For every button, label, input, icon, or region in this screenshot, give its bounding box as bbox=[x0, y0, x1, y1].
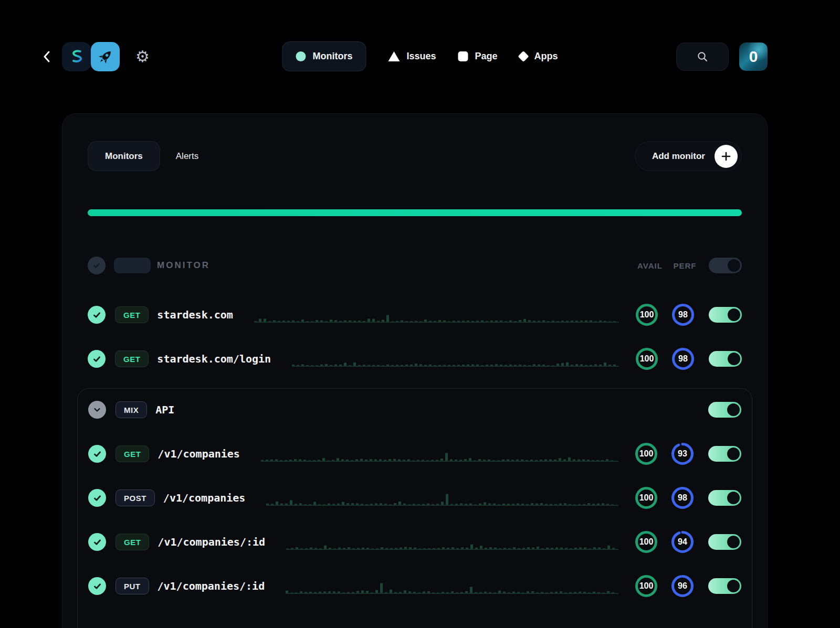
performance-ring: 98 bbox=[670, 486, 695, 510]
availability-ring: 100 bbox=[634, 486, 658, 510]
column-monitor-label: MONITOR bbox=[157, 260, 210, 271]
status-check-icon[interactable] bbox=[88, 577, 106, 595]
rocket-app-tile[interactable] bbox=[91, 42, 120, 71]
tab-monitors[interactable]: Monitors bbox=[88, 141, 160, 171]
nav-item-apps[interactable]: Apps bbox=[520, 41, 558, 71]
collapse-group-button[interactable] bbox=[88, 401, 106, 419]
columns-toggle[interactable] bbox=[709, 258, 742, 273]
monitor-toggle[interactable] bbox=[708, 534, 741, 550]
group-monitor-list: GET/v1/companies10093POST/v1/companies10… bbox=[88, 439, 741, 628]
method-badge: GET bbox=[116, 445, 149, 462]
check-icon bbox=[92, 261, 101, 270]
nav-item-page[interactable]: Page bbox=[458, 41, 498, 71]
toggle-knob bbox=[728, 353, 740, 365]
monitors-circle-icon bbox=[296, 51, 306, 61]
app-switcher bbox=[62, 42, 120, 71]
sparkline-chart bbox=[254, 309, 619, 323]
avatar[interactable]: 0 bbox=[739, 42, 768, 71]
monitor-path[interactable]: /v1/companies/:id bbox=[158, 536, 265, 548]
top-nav: ⚙ Monitors Issues Page Apps bbox=[0, 41, 840, 71]
monitor-toggle[interactable] bbox=[708, 490, 741, 506]
group-toggle[interactable] bbox=[708, 402, 741, 418]
performance-value: 98 bbox=[670, 486, 695, 510]
performance-value: 98 bbox=[671, 347, 695, 371]
toggle-knob bbox=[728, 308, 740, 321]
monitors-panel: Monitors Alerts Add monitor bbox=[62, 113, 768, 628]
rocket-icon bbox=[93, 45, 117, 68]
sparkline-chart bbox=[286, 536, 618, 550]
performance-ring: 98 bbox=[671, 347, 695, 371]
monitor-toggle[interactable] bbox=[709, 307, 742, 323]
back-button[interactable] bbox=[40, 50, 54, 63]
panel-tabs: Monitors Alerts Add monitor bbox=[88, 141, 742, 171]
group-name[interactable]: API bbox=[155, 403, 174, 416]
method-badge: GET bbox=[115, 350, 149, 367]
nav-item-label: Monitors bbox=[312, 51, 352, 62]
nav-item-label: Page bbox=[475, 51, 498, 62]
group-header-row: MIX API bbox=[88, 395, 741, 424]
monitor-toggle[interactable] bbox=[709, 351, 742, 367]
tab-label: Monitors bbox=[105, 151, 143, 162]
monitor-row: GET/v1/companies/:id10094 bbox=[88, 527, 741, 557]
select-all-checkbox[interactable] bbox=[88, 257, 106, 274]
tab-alerts[interactable]: Alerts bbox=[160, 141, 198, 171]
monitor-path[interactable]: /v1/companies bbox=[158, 448, 240, 460]
nav-item-issues[interactable]: Issues bbox=[388, 41, 436, 71]
performance-value: 93 bbox=[670, 442, 695, 466]
toggle-knob bbox=[727, 536, 740, 548]
monitor-row: PUT/v1/companies/:id10096 bbox=[88, 571, 741, 601]
toggle-knob bbox=[727, 580, 740, 592]
monitor-toggle[interactable] bbox=[708, 446, 741, 462]
page-square-icon bbox=[458, 51, 468, 61]
performance-ring: 98 bbox=[671, 303, 695, 327]
table-header: MONITOR AVAIL PERF bbox=[88, 255, 742, 276]
method-badge: GET bbox=[116, 534, 149, 550]
stardesk-logo-tile[interactable] bbox=[62, 42, 91, 71]
status-check-icon[interactable] bbox=[88, 306, 106, 324]
toggle-knob bbox=[727, 448, 740, 460]
monitor-path[interactable]: stardesk.com bbox=[157, 308, 233, 321]
search-icon bbox=[696, 50, 709, 63]
availability-ring: 100 bbox=[635, 303, 659, 327]
nav-item-monitors[interactable]: Monitors bbox=[282, 41, 366, 71]
availability-value: 100 bbox=[635, 303, 659, 327]
availability-ring: 100 bbox=[635, 347, 659, 371]
sparkline-chart bbox=[292, 353, 619, 367]
chevron-down-icon bbox=[93, 406, 101, 414]
toggle-knob bbox=[728, 259, 740, 272]
method-badge: PUT bbox=[116, 578, 149, 594]
monitor-path[interactable]: /v1/companies bbox=[163, 492, 246, 504]
search-button[interactable] bbox=[676, 42, 729, 71]
uptime-status-bar bbox=[88, 209, 742, 216]
toggle-knob bbox=[727, 492, 740, 504]
tab-label: Alerts bbox=[176, 151, 198, 162]
sparkline-chart bbox=[261, 448, 618, 462]
method-badge: POST bbox=[116, 489, 155, 506]
performance-ring: 93 bbox=[670, 442, 695, 466]
availability-value: 100 bbox=[634, 574, 658, 598]
chevron-left-icon bbox=[42, 50, 51, 63]
monitor-path[interactable]: stardesk.com/login bbox=[157, 353, 271, 365]
status-check-icon[interactable] bbox=[88, 533, 106, 551]
availability-ring: 100 bbox=[634, 530, 658, 554]
performance-value: 94 bbox=[670, 530, 695, 554]
avatar-label: 0 bbox=[749, 48, 758, 66]
add-monitor-button[interactable]: Add monitor bbox=[635, 141, 742, 171]
performance-ring: 96 bbox=[670, 574, 695, 598]
monitor-group-api: MIX API GET/v1/companies10093POST/v1/com… bbox=[77, 388, 752, 628]
status-check-icon[interactable] bbox=[88, 489, 106, 507]
monitor-toggle[interactable] bbox=[708, 578, 741, 594]
availability-value: 100 bbox=[635, 347, 659, 371]
settings-gear-icon[interactable]: ⚙ bbox=[135, 49, 150, 65]
monitor-path[interactable]: /v1/companies/:id bbox=[158, 580, 265, 592]
status-check-icon[interactable] bbox=[88, 445, 106, 463]
status-check-icon[interactable] bbox=[88, 350, 106, 368]
monitor-row: GETstardesk.com/login10098 bbox=[88, 344, 742, 374]
nav-item-label: Apps bbox=[534, 51, 558, 62]
availability-value: 100 bbox=[634, 442, 658, 466]
apps-diamond-icon bbox=[518, 51, 529, 62]
column-avail-label: AVAIL bbox=[635, 261, 665, 270]
method-badge: GET bbox=[115, 306, 149, 323]
availability-value: 100 bbox=[634, 530, 658, 554]
method-filter-placeholder[interactable] bbox=[114, 258, 151, 273]
